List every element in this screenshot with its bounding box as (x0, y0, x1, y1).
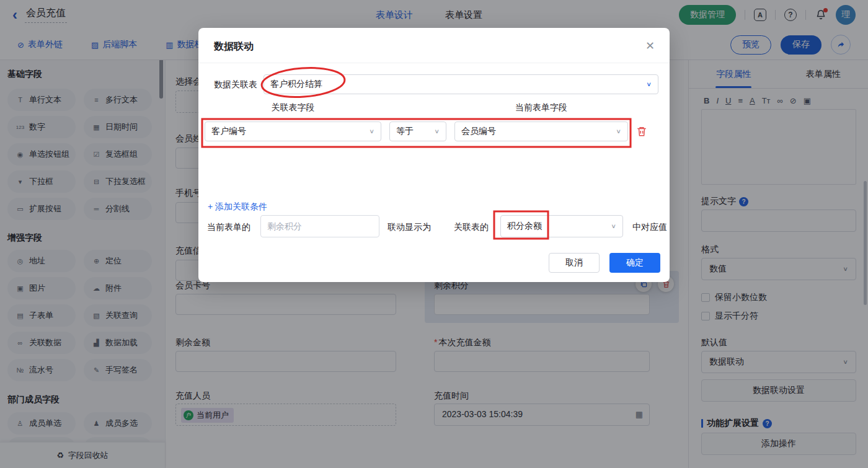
mapping-relation-label: 关联表的 (454, 222, 489, 233)
relation-table-label: 数据关联表 (214, 79, 257, 91)
column-header-current-field: 当前表单字段 (454, 102, 628, 113)
data-linkage-modal: 数据联动 ✕ 数据关联表 客户积分结算 关联表字段 当前表单字段 客户编号 等于… (198, 28, 670, 282)
current-field-select[interactable]: 会员编号 (454, 121, 628, 141)
cancel-button[interactable]: 取消 (549, 253, 600, 273)
add-condition-link[interactable]: + 添加关联条件 (208, 201, 267, 213)
relation-field-select[interactable]: 客户编号 (205, 121, 381, 141)
modal-title: 数据联动 (214, 40, 254, 53)
delete-condition-button[interactable] (636, 126, 647, 137)
mapping-middle-label: 联动显示为 (388, 222, 431, 233)
current-field-value: 会员编号 (461, 126, 496, 137)
close-icon[interactable]: ✕ (645, 39, 655, 53)
relation-field-value: 客户编号 (211, 126, 246, 137)
column-header-relation-field: 关联表字段 (205, 102, 381, 113)
operator-select[interactable]: 等于 (389, 121, 446, 141)
relation-table-select[interactable]: 客户积分结算 (264, 74, 658, 94)
confirm-button[interactable]: 确定 (609, 253, 660, 273)
mapping-target-select[interactable]: 积分余额 (500, 215, 623, 237)
mapping-source-input[interactable] (260, 215, 379, 237)
modal-divider (198, 63, 670, 63)
relation-table-value: 客户积分结算 (270, 79, 322, 90)
operator-value: 等于 (396, 126, 414, 137)
trash-icon (636, 126, 647, 137)
mapping-target-value: 积分余额 (507, 221, 542, 232)
mapping-suffix-label: 中对应值 (632, 222, 667, 233)
mapping-prefix-label: 当前表单的 (207, 222, 250, 233)
